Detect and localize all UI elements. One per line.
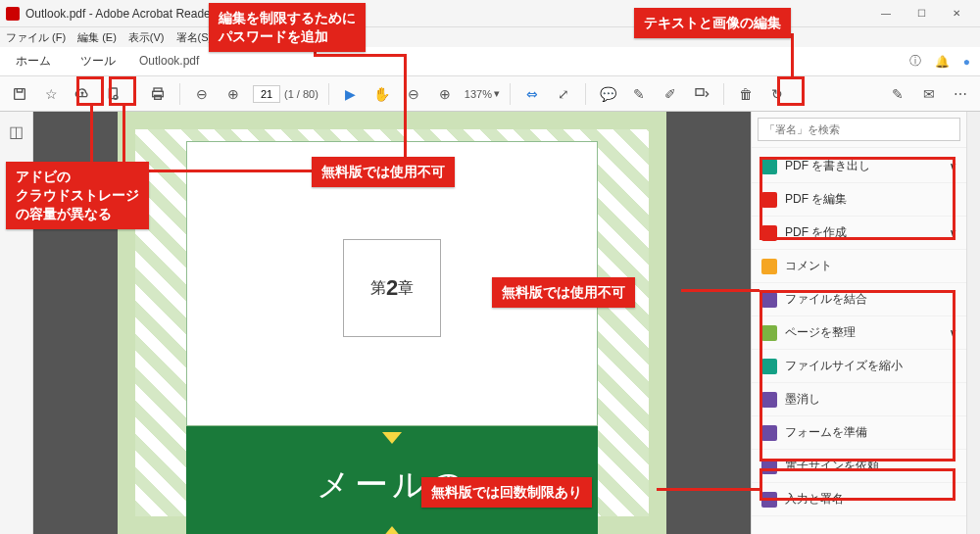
thumbnails-icon[interactable]: ◫ [5,120,28,143]
tool-icon [761,492,777,508]
tab-home[interactable]: ホーム [10,53,57,70]
pointer-icon[interactable]: ▶ [339,82,363,106]
callout-password: 編集を制限するために パスワードを追加 [209,3,366,52]
tool-icon [761,425,777,441]
page-total: (1 / 80) [284,88,318,100]
tool-icon [761,159,777,174]
menu-sign[interactable]: 署名(S) [176,30,213,45]
tool-label: 電子サインを依頼 [785,458,879,474]
help-icon[interactable]: ⓘ [909,53,921,70]
app-icon [6,7,20,21]
page-input[interactable] [253,85,280,103]
tool-item-7[interactable]: 墨消し [752,383,966,416]
svg-rect-6 [696,88,704,95]
tool-icon [761,292,777,308]
tool-item-0[interactable]: PDF を書き出し ∨ [752,150,966,183]
more-icon[interactable]: ⋯ [949,82,972,106]
close-button[interactable]: ✕ [939,0,974,27]
tool-item-6[interactable]: ファイルサイズを縮小 [752,350,966,383]
highlight-icon[interactable]: ✎ [627,82,651,106]
tool-item-5[interactable]: ページを整理 ∨ [752,316,966,350]
tool-item-9[interactable]: 電子サインを依頼 [752,450,966,483]
tool-icon [761,192,777,208]
fit-page-icon[interactable]: ⤢ [552,82,575,106]
menu-view[interactable]: 表示(V) [128,30,165,45]
edit-text-image-icon[interactable] [690,82,713,106]
save-icon[interactable] [8,82,31,106]
trash-icon[interactable]: 🗑 [734,82,758,106]
fit-width-icon[interactable]: ⇔ [520,82,544,106]
zoom-in-icon[interactable]: ⊕ [221,82,245,106]
maximize-button[interactable]: ☐ [904,0,939,27]
scrollbar[interactable] [966,112,980,534]
minimize-button[interactable]: — [868,0,904,27]
callout-not-free-1: 無料版では使用不可 [312,157,455,187]
zoom-out-icon[interactable]: ⊖ [190,82,214,106]
tool-label: フォームを準備 [785,424,867,441]
tool-icon [761,259,777,274]
zoom-plus-icon[interactable]: ⊕ [433,82,457,106]
callout-not-free-2: 無料版では使用不可 [492,277,635,308]
page-control: (1 / 80) [253,85,318,103]
account-icon[interactable]: ● [963,55,970,69]
cloud-upload-icon[interactable] [71,82,94,106]
svg-rect-1 [109,88,117,99]
tool-item-8[interactable]: フォームを準備 [752,416,966,450]
menu-file[interactable]: ファイル (F) [6,30,66,45]
tool-item-2[interactable]: PDF を作成 ∨ [752,217,966,250]
tool-icon [761,392,777,408]
mail-icon[interactable]: ✉ [917,82,941,106]
tab-bar: ホーム ツール Outlook.pdf ⓘ 🔔 ● [0,47,980,76]
chevron-down-icon: ∨ [950,227,956,238]
tool-icon [761,359,777,374]
bell-icon[interactable]: 🔔 [935,55,950,69]
svg-rect-0 [15,88,25,99]
chevron-down-icon: ∨ [950,161,956,171]
menu-bar: ファイル (F) 編集 (E) 表示(V) 署名(S) ウィンド [0,27,980,47]
title-bar: Outlook.pdf - Adobe Acrobat Reader (64-b… [0,0,980,27]
zoom-level[interactable]: 137% ▾ [465,87,500,100]
tools-search-input[interactable] [758,118,960,141]
draw-icon[interactable]: ✐ [659,82,682,106]
tool-label: PDF を書き出し [785,158,870,174]
star-icon[interactable]: ☆ [39,82,63,106]
tool-item-10[interactable]: 入力と署名 [752,483,966,516]
tab-tools[interactable]: ツール [74,53,122,70]
sign-tool-icon[interactable]: ✎ [886,82,909,106]
svg-rect-5 [155,95,162,99]
rotate-icon[interactable]: ↻ [765,82,789,106]
tool-icon [761,459,777,474]
hand-icon[interactable]: ✋ [370,82,394,106]
tool-label: 墨消し [785,391,820,408]
tool-icon [761,225,777,241]
tool-item-3[interactable]: コメント [752,250,966,283]
tool-icon [761,325,777,341]
callout-cloud-storage: アドビの クラウドストレージ の容量が異なる [6,162,149,229]
lock-page-icon[interactable] [102,82,125,106]
tool-label: ファイルを結合 [785,291,867,308]
chapter-box: 第2章 [343,239,441,337]
tool-label: ページを整理 [785,324,856,341]
tool-label: コメント [785,258,832,274]
chevron-down-icon: ∨ [950,327,956,338]
comment-icon[interactable]: 💬 [596,82,619,106]
menu-edit[interactable]: 編集 (E) [77,30,117,45]
tool-label: PDF を作成 [785,224,847,241]
tool-item-1[interactable]: PDF を編集 [752,183,966,217]
callout-limit: 無料版では回数制限あり [421,477,592,508]
tool-label: 入力と署名 [785,491,844,508]
tab-document[interactable]: Outlook.pdf [139,54,199,70]
tool-label: ファイルサイズを縮小 [785,358,903,374]
tool-item-4[interactable]: ファイルを結合 [752,283,966,316]
svg-point-2 [114,95,118,99]
print-icon[interactable] [146,82,170,106]
callout-edit-text-image: テキストと画像の編集 [634,8,791,38]
tools-panel: PDF を書き出し ∨ PDF を編集 PDF を作成 ∨ コメント ファイルを… [751,112,966,534]
toolbar: ☆ ⊖ ⊕ (1 / 80) ▶ ✋ ⊖ ⊕ 137% ▾ ⇔ ⤢ 💬 ✎ ✐ … [0,76,980,112]
tool-label: PDF を編集 [785,191,847,208]
